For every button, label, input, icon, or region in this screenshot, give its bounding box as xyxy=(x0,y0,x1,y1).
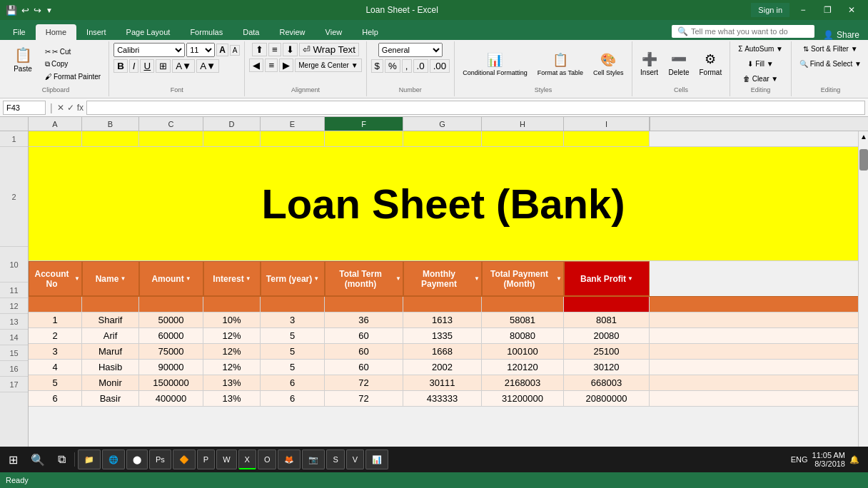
cell-row12-col2[interactable]: 50000 xyxy=(139,312,203,327)
taskbar-firefox[interactable]: 🦊 xyxy=(278,449,301,469)
filter-arrow-profit[interactable]: ▼ xyxy=(627,275,633,282)
cell-row16-col2[interactable]: 1500000 xyxy=(139,375,203,390)
cell-row15-col3[interactable]: 12% xyxy=(203,360,261,375)
start-button[interactable]: ⊞ xyxy=(3,448,24,471)
cell-row16-col6[interactable]: 30111 xyxy=(403,375,482,390)
cell-row14-col8[interactable]: 25100 xyxy=(564,344,650,359)
number-format-select[interactable]: General xyxy=(378,43,443,57)
row-header-17[interactable]: 17 xyxy=(0,377,28,392)
cell-row17-col1[interactable]: Basir xyxy=(82,391,139,406)
row-header-11[interactable]: 11 xyxy=(0,283,28,298)
cell-row13-col7[interactable]: 80080 xyxy=(482,328,564,343)
cell-row15-col7[interactable]: 120120 xyxy=(482,360,564,375)
cell-d1[interactable] xyxy=(203,131,261,146)
cell-row16-col0[interactable]: 5 xyxy=(29,375,82,390)
format-cells-button[interactable]: ⚙ Format xyxy=(696,49,726,78)
taskbar-file-explorer[interactable]: 📁 xyxy=(78,449,101,469)
font-size-select[interactable]: 11 xyxy=(186,43,215,57)
row-header-1[interactable]: 1 xyxy=(0,131,28,147)
tab-help[interactable]: Help xyxy=(352,24,388,40)
conditional-formatting-button[interactable]: 📊 Conditional Formatting xyxy=(459,50,531,78)
increase-font-button[interactable]: A xyxy=(216,44,228,56)
cell-row16-col3[interactable]: 13% xyxy=(203,375,261,390)
search-taskbar-button[interactable]: 🔍 xyxy=(25,448,51,471)
decrease-decimal-button[interactable]: .00 xyxy=(430,59,450,73)
clear-button[interactable]: 🗑 Clear ▼ xyxy=(740,73,782,85)
cell-row15-col8[interactable]: 30120 xyxy=(564,360,650,375)
cell-b1[interactable] xyxy=(82,131,139,146)
cell-row14-col2[interactable]: 75000 xyxy=(139,344,203,359)
cell-row12-col0[interactable]: 1 xyxy=(29,312,82,327)
formula-input[interactable] xyxy=(86,101,865,115)
cut-button[interactable]: ✂ ✂ Cut xyxy=(41,46,104,57)
save-icon[interactable]: 💾 xyxy=(6,5,17,16)
filter-arrow-term[interactable]: ▼ xyxy=(313,275,319,282)
row-header-16[interactable]: 16 xyxy=(0,361,28,377)
autosum-button[interactable]: Σ AutoSum ▼ xyxy=(735,43,787,55)
cell-row12-col7[interactable]: 58081 xyxy=(482,312,564,327)
cell-row15-col2[interactable]: 90000 xyxy=(139,360,203,375)
tab-formulas[interactable]: Formulas xyxy=(180,24,233,40)
cell-row17-col5[interactable]: 72 xyxy=(325,391,403,406)
taskbar-chrome[interactable]: ⬤ xyxy=(126,449,148,469)
cell-row17-col0[interactable]: 6 xyxy=(29,391,82,406)
cell-reference-input[interactable] xyxy=(3,101,46,115)
align-bottom-button[interactable]: ⬇ xyxy=(283,43,298,56)
format-table-button[interactable]: 📋 Format as Table xyxy=(534,50,587,78)
align-top-button[interactable]: ⬆ xyxy=(252,43,267,56)
cell-row17-col2[interactable]: 400000 xyxy=(139,391,203,406)
filter-arrow-name[interactable]: ▼ xyxy=(120,275,126,282)
fill-button[interactable]: ⬇ Fill ▼ xyxy=(744,58,777,70)
col-header-h[interactable]: H xyxy=(482,117,564,131)
cell-row14-col3[interactable]: 12% xyxy=(203,344,261,359)
cell-c1[interactable] xyxy=(139,131,203,146)
tab-page-layout[interactable]: Page Layout xyxy=(116,24,181,40)
cell-row13-col1[interactable]: Arif xyxy=(82,328,139,343)
col-header-a[interactable]: A xyxy=(29,117,82,131)
border-button[interactable]: ⊞ xyxy=(156,59,171,73)
cell-h1[interactable] xyxy=(482,131,564,146)
tab-insert[interactable]: Insert xyxy=(76,24,116,40)
cell-row17-col3[interactable]: 13% xyxy=(203,391,261,406)
filter-arrow-total-payment[interactable]: ▼ xyxy=(556,275,562,282)
cell-row17-col7[interactable]: 31200000 xyxy=(482,391,564,406)
row-header-10[interactable]: 10 xyxy=(0,247,28,283)
cell-row17-col4[interactable]: 6 xyxy=(261,391,325,406)
italic-button[interactable]: I xyxy=(129,59,139,73)
insert-function-icon[interactable]: fx xyxy=(77,103,84,113)
insert-cells-button[interactable]: ➕ Insert xyxy=(637,49,662,78)
v-scroll-thumb[interactable] xyxy=(859,149,868,171)
taskbar-powerpoint[interactable]: P xyxy=(197,449,215,469)
cell-row14-col5[interactable]: 60 xyxy=(325,344,403,359)
cell-styles-button[interactable]: 🎨 Cell Styles xyxy=(590,50,627,78)
col-header-g[interactable]: G xyxy=(403,117,482,131)
cell-row15-col1[interactable]: Hasib xyxy=(82,360,139,375)
col-header-b[interactable]: B xyxy=(82,117,139,131)
row-header-15[interactable]: 15 xyxy=(0,345,28,361)
taskbar-app3[interactable]: 🔶 xyxy=(173,449,196,469)
align-left-button[interactable]: ◀ xyxy=(249,59,263,72)
col-header-c[interactable]: C xyxy=(139,117,203,131)
cell-row16-col4[interactable]: 6 xyxy=(261,375,325,390)
cell-row15-col0[interactable]: 4 xyxy=(29,360,82,375)
cell-row14-col1[interactable]: Maruf xyxy=(82,344,139,359)
cell-e1[interactable] xyxy=(261,131,325,146)
taskbar-excel-active[interactable]: X xyxy=(238,449,256,469)
row-header-14[interactable]: 14 xyxy=(0,330,28,345)
comma-button[interactable]: , xyxy=(402,59,412,73)
cell-row13-col8[interactable]: 20080 xyxy=(564,328,650,343)
format-painter-button[interactable]: 🖌 Format Painter xyxy=(41,71,104,82)
cell-row12-col8[interactable]: 8081 xyxy=(564,312,650,327)
cell-row13-col0[interactable]: 2 xyxy=(29,328,82,343)
filter-arrow-account[interactable]: ▼ xyxy=(74,275,80,282)
fill-color-button[interactable]: A▼ xyxy=(172,59,195,73)
taskbar-camera[interactable]: 📷 xyxy=(302,449,325,469)
cell-row17-col6[interactable]: 433333 xyxy=(403,391,482,406)
paste-button[interactable]: 📋 Paste xyxy=(7,44,39,84)
cell-row12-col3[interactable]: 10% xyxy=(203,312,261,327)
cell-i1[interactable] xyxy=(564,131,650,146)
row-header-13[interactable]: 13 xyxy=(0,314,28,330)
copy-button[interactable]: ⧉ Copy xyxy=(41,59,104,70)
col-header-i[interactable]: I xyxy=(564,117,650,131)
col-header-e[interactable]: E xyxy=(261,117,325,131)
